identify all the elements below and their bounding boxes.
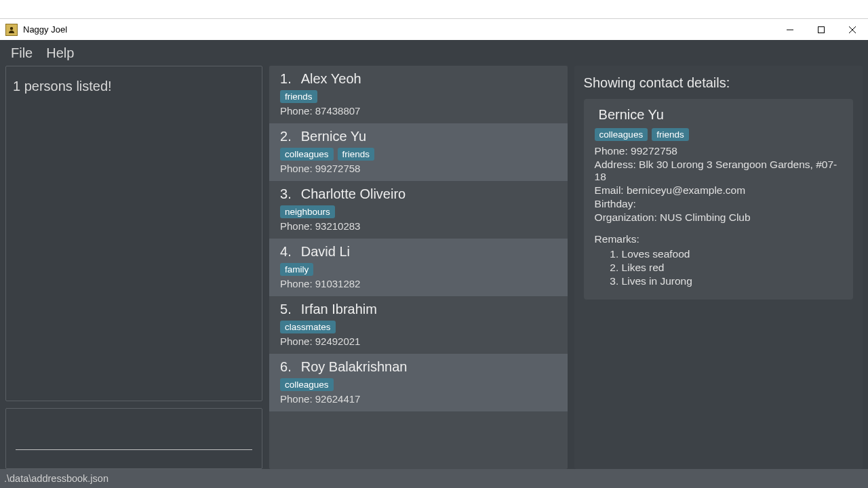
tag: family <box>280 263 313 276</box>
maximize-button[interactable] <box>806 19 837 41</box>
person-header: 4.David Li <box>280 244 557 260</box>
tag: colleagues <box>280 378 334 391</box>
command-input-panel <box>5 408 262 469</box>
detail-tags: colleaguesfriends <box>595 128 842 141</box>
command-input[interactable] <box>16 427 252 450</box>
detail-organization: Organization: NUS Climbing Club <box>595 211 842 224</box>
detail-email: Email: berniceyu@example.com <box>595 184 842 197</box>
person-index: 4. <box>280 244 292 260</box>
contact-detail-panel: Showing contact details: Bernice Yu coll… <box>574 66 863 469</box>
menu-file[interactable]: File <box>11 45 33 61</box>
window-title: Naggy Joel <box>23 24 67 35</box>
detail-address: Address: Blk 30 Lorong 3 Serangoon Garde… <box>595 159 842 183</box>
content-area: 1 persons listed! 1.Alex YeohfriendsPhon… <box>0 66 868 469</box>
minimize-icon <box>786 26 794 34</box>
person-index: 3. <box>280 186 292 202</box>
menu-help[interactable]: Help <box>46 45 74 61</box>
person-row[interactable]: 5.Irfan IbrahimclassmatesPhone: 92492021 <box>269 296 568 354</box>
minimize-button[interactable] <box>774 19 806 41</box>
remark-item: Loves seafood <box>622 248 842 260</box>
detail-remarks-list: Loves seafoodLikes redLives in Jurong <box>622 248 842 287</box>
person-tags: family <box>280 263 557 276</box>
remark-item: Likes red <box>622 262 842 274</box>
person-tags: classmates <box>280 321 557 333</box>
person-name: Bernice Yu <box>301 129 366 144</box>
person-tags: friends <box>280 90 557 103</box>
person-phone: Phone: 92492021 <box>280 336 557 347</box>
person-header: 3.Charlotte Oliveiro <box>280 186 557 202</box>
remark-item: Lives in Jurong <box>622 275 842 287</box>
detail-phone: Phone: 99272758 <box>595 145 842 157</box>
tag: colleagues <box>280 148 334 161</box>
person-index: 6. <box>280 359 292 375</box>
detail-remarks-label: Remarks: <box>595 233 842 245</box>
person-phone: Phone: 92624417 <box>280 393 557 405</box>
app-icon <box>5 24 18 36</box>
svg-rect-2 <box>818 26 825 33</box>
person-phone: Phone: 93210283 <box>280 220 557 232</box>
person-tags: colleagues <box>280 378 557 391</box>
svg-point-0 <box>10 26 13 29</box>
person-index: 5. <box>280 302 292 317</box>
person-name: Roy Balakrishnan <box>301 359 408 375</box>
detail-birthday: Birthday: <box>595 198 842 210</box>
person-name: Irfan Ibrahim <box>301 302 377 317</box>
person-row[interactable]: 1.Alex YeohfriendsPhone: 87438807 <box>269 66 568 123</box>
result-display-panel: 1 persons listed! <box>5 66 262 401</box>
person-name: Charlotte Oliveiro <box>301 186 406 202</box>
person-row[interactable]: 6.Roy BalakrishnancolleaguesPhone: 92624… <box>269 354 568 411</box>
tag: neighbours <box>280 205 335 218</box>
person-name: David Li <box>301 244 350 260</box>
person-row[interactable]: 4.David LifamilyPhone: 91031282 <box>269 239 568 296</box>
status-footer: .\data\addressbook.json <box>0 469 868 488</box>
close-button[interactable] <box>837 19 868 41</box>
left-column: 1 persons listed! <box>5 66 262 469</box>
person-phone: Phone: 87438807 <box>280 105 557 117</box>
person-header: 5.Irfan Ibrahim <box>280 302 557 317</box>
menubar: File Help <box>0 40 868 66</box>
detail-name: Bernice Yu <box>599 107 842 123</box>
person-tags: colleaguesfriends <box>280 148 557 161</box>
detail-card: Bernice Yu colleaguesfriends Phone: 9927… <box>584 99 853 300</box>
tag: friends <box>338 148 375 161</box>
person-index: 2. <box>280 129 292 144</box>
tag: classmates <box>280 321 336 333</box>
person-header: 2.Bernice Yu <box>280 129 557 144</box>
tag: colleagues <box>595 128 648 141</box>
tag: friends <box>652 128 689 141</box>
person-name: Alex Yeoh <box>301 71 361 87</box>
result-display-text: 1 persons listed! <box>13 79 255 94</box>
person-row[interactable]: 3.Charlotte OliveironeighboursPhone: 932… <box>269 181 568 239</box>
person-phone: Phone: 91031282 <box>280 278 557 289</box>
person-header: 1.Alex Yeoh <box>280 71 557 87</box>
window-controls <box>774 19 868 41</box>
tag: friends <box>280 90 317 103</box>
person-tags: neighbours <box>280 205 557 218</box>
person-row[interactable]: 2.Bernice YucolleaguesfriendsPhone: 9927… <box>269 123 568 181</box>
maximize-icon <box>817 26 825 34</box>
person-header: 6.Roy Balakrishnan <box>280 359 557 375</box>
window-titlebar: Naggy Joel <box>0 18 868 40</box>
person-index: 1. <box>280 71 292 87</box>
status-footer-path: .\data\addressbook.json <box>4 473 108 484</box>
close-icon <box>848 26 856 34</box>
person-list-panel[interactable]: 1.Alex YeohfriendsPhone: 874388072.Berni… <box>269 66 568 469</box>
detail-section-title: Showing contact details: <box>584 75 853 91</box>
person-phone: Phone: 99272758 <box>280 163 557 174</box>
browser-chrome-gap <box>0 0 868 18</box>
app-body: File Help 1 persons listed! 1.Alex Yeohf… <box>0 40 868 488</box>
